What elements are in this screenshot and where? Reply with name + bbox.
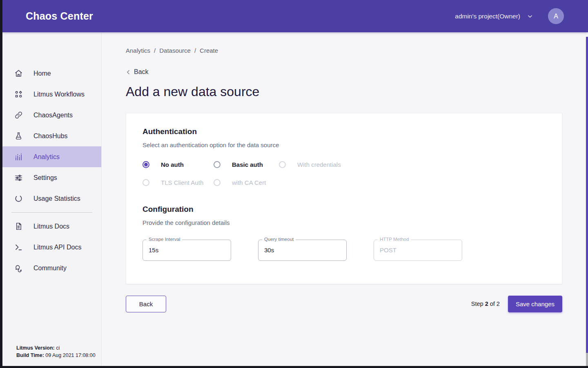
sidebar-item-label: Litmus Workflows [33, 91, 85, 98]
radio-label: with CA Cert [232, 179, 266, 186]
app-title: Chaos Center [26, 10, 93, 22]
analytics-icon [14, 153, 23, 161]
actions-row: Back Step 2 of 2 Save changes [126, 296, 562, 312]
http-method-label: HTTP Method [378, 237, 411, 242]
radio-icon [214, 179, 220, 186]
query-timeout-label: Query timeout [262, 237, 296, 242]
sidebar-item-label: Litmus Docs [33, 223, 69, 230]
sidebar-item-label: Home [33, 70, 51, 77]
radio-tls-client-auth: TLS Client Auth [143, 179, 214, 186]
sidebar-item-label: Community [33, 265, 67, 272]
radio-icon [214, 161, 220, 168]
sidebar-divider [11, 212, 92, 213]
sidebar-item-label: ChaosHubs [33, 132, 68, 140]
sidebar-item-chaosagents[interactable]: ChaosAgents [2, 105, 101, 126]
sidebar: Home Litmus Workflows ChaosAgents ChaosH… [2, 32, 102, 366]
usage-icon [14, 194, 23, 203]
sidebar-item-chaoshubs[interactable]: ChaosHubs [2, 126, 101, 146]
radio-label: Basic auth [232, 161, 263, 168]
top-header: Chaos Center admin's project(Owner) A [2, 0, 588, 32]
version-line: Litmus Version: ci [16, 344, 96, 352]
breadcrumb-create: Create [200, 47, 218, 54]
radio-with-ca-cert: with CA Cert [214, 179, 279, 186]
sidebar-item-analytics[interactable]: Analytics [2, 146, 101, 167]
configuration-section: Configuration Provide the configuration … [143, 205, 546, 261]
sidebar-item-label: ChaosAgents [33, 112, 73, 119]
authentication-subtitle: Select an authentication option for the … [143, 141, 546, 148]
scrollbar-track-lower [586, 353, 588, 366]
version-value: ci [56, 345, 60, 351]
radio-label: With credentials [297, 161, 341, 168]
workflows-icon [14, 90, 23, 99]
sidebar-item-litmus-api-docs[interactable]: Litmus API Docs [2, 237, 101, 258]
step-suffix: of 2 [490, 301, 500, 307]
sidebar-item-label: Litmus API Docs [33, 244, 81, 251]
api-docs-icon [14, 243, 23, 251]
scrollbar-thumb[interactable] [586, 37, 588, 353]
configuration-subtitle: Provide the configuration details [143, 219, 546, 226]
sidebar-item-community[interactable]: Community [2, 258, 101, 278]
version-label: Litmus Version: [16, 345, 55, 351]
agents-icon [14, 111, 23, 119]
chevron-left-icon [126, 70, 131, 75]
sidebar-item-usage-statistics[interactable]: Usage Statistics [2, 188, 101, 209]
sidebar-item-litmus-docs[interactable]: Litmus Docs [2, 216, 101, 237]
page-title: Add a new data source [126, 84, 588, 99]
sidebar-item-settings[interactable]: Settings [2, 167, 101, 188]
breadcrumb-analytics[interactable]: Analytics [126, 47, 150, 54]
query-timeout-input[interactable] [258, 240, 347, 261]
scrollbar-track [586, 32, 588, 366]
radio-label: TLS Client Auth [161, 179, 203, 186]
breadcrumb-datasource[interactable]: Datasource [159, 47, 191, 54]
configuration-title: Configuration [143, 205, 546, 214]
build-line: Build Time: 09 Aug 2021 17:08:00 [16, 352, 96, 359]
sidebar-item-home[interactable]: Home [2, 63, 101, 84]
app-window: Chaos Center admin's project(Owner) A Ho… [2, 0, 588, 366]
query-timeout-field: Query timeout [258, 240, 347, 261]
authentication-title: Authentication [143, 127, 546, 136]
http-method-input [374, 240, 462, 261]
project-selector[interactable]: admin's project(Owner) [455, 13, 533, 20]
radio-icon [143, 179, 149, 186]
scrape-interval-label: Scrape Interval [147, 237, 182, 242]
breadcrumb-separator: / [194, 47, 196, 54]
sidebar-item-litmus-workflows[interactable]: Litmus Workflows [2, 84, 101, 105]
back-button[interactable]: Back [126, 296, 166, 312]
radio-icon [279, 161, 286, 168]
sidebar-item-label: Settings [33, 174, 57, 182]
home-icon [14, 69, 23, 78]
back-link-label: Back [134, 68, 149, 76]
configuration-fields: Scrape Interval Query timeout HTTP Metho… [143, 240, 546, 261]
project-name: admin's project(Owner) [455, 13, 520, 20]
radio-basic-auth[interactable]: Basic auth [214, 161, 279, 168]
scrape-interval-field: Scrape Interval [143, 240, 231, 261]
radio-icon [143, 161, 149, 168]
sidebar-item-label: Usage Statistics [33, 195, 80, 202]
radio-no-auth[interactable]: No auth [143, 161, 214, 168]
breadcrumb: Analytics / Datasource / Create [126, 47, 588, 54]
step-prefix: Step [471, 301, 483, 307]
back-link[interactable]: Back [126, 68, 149, 76]
step-indicator: Step 2 of 2 [471, 301, 500, 307]
build-value: 09 Aug 2021 17:08:00 [45, 352, 95, 358]
http-method-field: HTTP Method [374, 240, 462, 261]
sidebar-footer: Litmus Version: ci Build Time: 09 Aug 20… [16, 344, 96, 359]
chevron-down-icon [527, 13, 533, 19]
authentication-section: Authentication Select an authentication … [143, 127, 546, 186]
settings-icon [14, 173, 23, 182]
auth-options-group: No auth Basic auth With credentials TLS … [143, 161, 546, 186]
sidebar-item-label: Analytics [33, 153, 60, 161]
avatar[interactable]: A [548, 8, 564, 24]
main-content: Analytics / Datasource / Create Back Add… [102, 32, 588, 366]
radio-with-credentials: With credentials [279, 161, 546, 168]
docs-icon [14, 222, 23, 231]
radio-label: No auth [161, 161, 184, 168]
step-current: 2 [485, 301, 488, 307]
scrape-interval-input[interactable] [143, 240, 231, 261]
datasource-form-card: Authentication Select an authentication … [126, 113, 562, 284]
community-icon [14, 264, 23, 272]
hubs-icon [14, 132, 23, 140]
breadcrumb-separator: / [154, 47, 156, 54]
build-label: Build Time: [16, 352, 44, 358]
save-changes-button[interactable]: Save changes [508, 296, 562, 312]
